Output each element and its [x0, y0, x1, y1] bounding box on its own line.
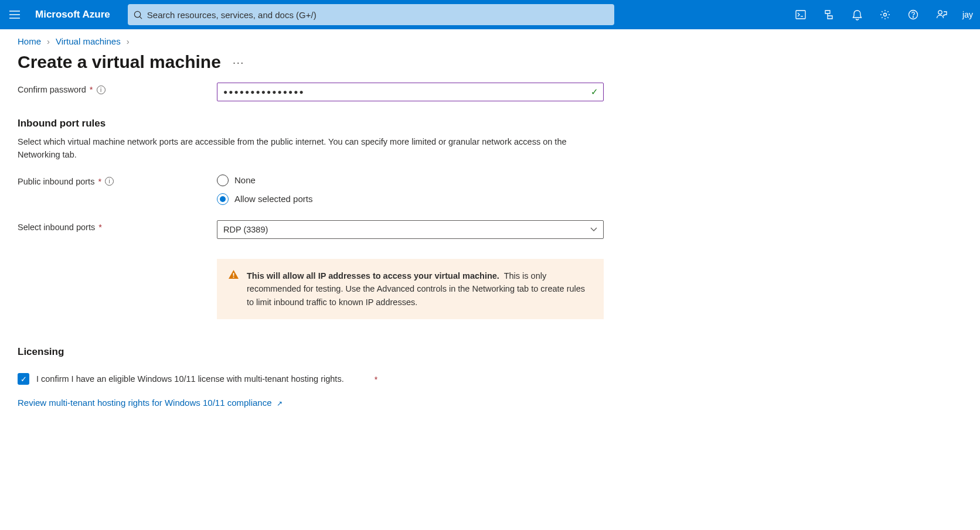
warning-row: This will allow all IP addresses to acce… — [18, 245, 615, 319]
warning-box: This will allow all IP addresses to acce… — [217, 259, 604, 319]
chevron-down-icon — [590, 227, 597, 232]
radio-allow-label: Allow selected ports — [234, 194, 312, 204]
feedback-icon[interactable] — [927, 0, 955, 29]
svg-line-4 — [139, 16, 142, 19]
license-confirm-row: ✓ I confirm I have an eligible Windows 1… — [18, 373, 615, 386]
required-mark: * — [98, 223, 102, 232]
public-inbound-ports-row: Public inbound ports * i None Allow sele… — [18, 175, 615, 205]
cloud-shell-icon[interactable] — [787, 0, 815, 29]
menu-icon[interactable] — [0, 11, 29, 19]
required-mark: * — [90, 85, 93, 94]
radio-circle — [217, 175, 229, 186]
svg-point-9 — [913, 16, 913, 17]
search-box[interactable] — [128, 4, 614, 25]
select-inbound-ports-dropdown[interactable]: RDP (3389) — [217, 220, 604, 239]
user-account[interactable]: jay — [955, 10, 980, 19]
info-icon[interactable]: i — [105, 177, 114, 186]
radio-circle-selected — [217, 193, 229, 205]
svg-rect-12 — [233, 276, 234, 278]
more-icon[interactable]: ··· — [233, 56, 244, 69]
warning-icon — [229, 270, 239, 279]
confirm-password-row: Confirm password * i ●●●●●●●●●●●●●●● ✓ — [18, 83, 615, 101]
breadcrumb: Home › Virtual machines › — [18, 36, 962, 46]
required-mark: * — [98, 177, 101, 186]
settings-icon[interactable] — [871, 0, 899, 29]
svg-point-10 — [938, 11, 941, 14]
search-wrap — [122, 4, 787, 25]
valid-check-icon: ✓ — [591, 87, 598, 97]
header-icons: jay — [787, 0, 980, 29]
svg-rect-11 — [233, 273, 234, 276]
review-compliance-link[interactable]: Review multi-tenant hosting rights for W… — [18, 398, 283, 408]
inbound-rules-desc: Select which virtual machine network por… — [18, 135, 580, 162]
main-content: Home › Virtual machines › Create a virtu… — [0, 29, 980, 425]
review-link-row: Review multi-tenant hosting rights for W… — [18, 398, 615, 408]
confirm-password-input[interactable]: ●●●●●●●●●●●●●●● ✓ — [217, 83, 604, 101]
search-input[interactable] — [142, 10, 608, 20]
directories-icon[interactable] — [815, 0, 843, 29]
page-title-row: Create a virtual machine ··· — [18, 52, 962, 72]
chevron-right-icon: › — [127, 36, 130, 46]
licensing-heading: Licensing — [18, 346, 615, 358]
select-inbound-ports-row: Select inbound ports * RDP (3389) — [18, 220, 615, 239]
public-inbound-ports-label: Public inbound ports — [18, 177, 94, 186]
search-icon — [134, 11, 142, 19]
svg-rect-5 — [796, 11, 805, 19]
breadcrumb-home[interactable]: Home — [18, 36, 41, 46]
brand-logo[interactable]: Microsoft Azure — [29, 9, 122, 20]
svg-point-3 — [134, 11, 140, 17]
top-header: Microsoft Azure jay — [0, 0, 980, 29]
radio-none-label: None — [234, 175, 256, 185]
external-link-icon: ↗ — [277, 399, 283, 408]
confirm-password-label: Confirm password — [18, 85, 86, 94]
warning-bold: This will allow all IP addresses to acce… — [247, 271, 499, 281]
required-mark: * — [375, 375, 377, 384]
svg-point-7 — [884, 13, 887, 16]
inbound-rules-heading: Inbound port rules — [18, 118, 615, 129]
help-icon[interactable] — [899, 0, 927, 29]
license-checkbox[interactable]: ✓ — [18, 373, 29, 385]
chevron-right-icon: › — [47, 36, 50, 46]
warning-text: This will allow all IP addresses to acce… — [247, 269, 592, 309]
radio-none[interactable]: None — [217, 175, 604, 186]
form-area: Confirm password * i ●●●●●●●●●●●●●●● ✓ I… — [18, 83, 615, 408]
select-inbound-ports-label: Select inbound ports — [18, 223, 95, 232]
page-title: Create a virtual machine — [18, 52, 221, 72]
notifications-icon[interactable] — [843, 0, 871, 29]
breadcrumb-vm[interactable]: Virtual machines — [56, 36, 121, 46]
info-icon[interactable]: i — [97, 86, 106, 94]
radio-allow-selected[interactable]: Allow selected ports — [217, 193, 604, 205]
select-value: RDP (3389) — [223, 225, 268, 234]
review-link-text: Review multi-tenant hosting rights for W… — [18, 398, 272, 408]
public-ports-radio-group: None Allow selected ports — [217, 175, 604, 205]
license-confirm-label: I confirm I have an eligible Windows 10/… — [36, 373, 344, 386]
password-mask: ●●●●●●●●●●●●●●● — [223, 88, 305, 96]
